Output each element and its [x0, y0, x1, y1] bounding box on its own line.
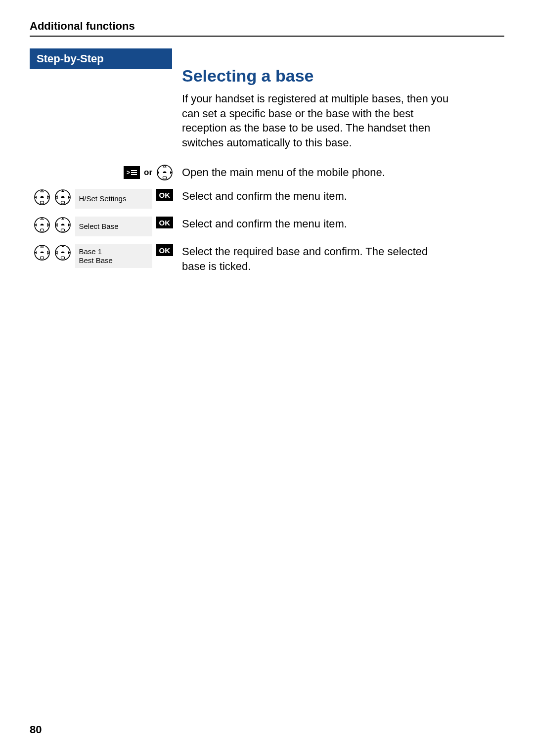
- header-rule: [30, 36, 504, 37]
- step-row: Base 1 Best Base OK Select the required …: [30, 244, 504, 273]
- step-row: Select Base OK Select and confirm the me…: [30, 217, 504, 236]
- step-row: H/Set Settings OK Select and confirm the…: [30, 189, 504, 209]
- nav-key-icon: [54, 217, 71, 233]
- nav-key-icon: [34, 244, 50, 261]
- step-description: Select and confirm the menu item.: [173, 189, 454, 204]
- step-row: > or Open the main menu of the mobile ph…: [30, 164, 504, 181]
- svg-rect-13: [61, 257, 64, 259]
- svg-rect-7: [40, 229, 44, 231]
- nav-key-icon: [34, 189, 50, 206]
- nav-key-icon: [34, 217, 50, 233]
- ok-badge: OK: [156, 217, 174, 228]
- section-title: Selecting a base: [182, 66, 504, 86]
- nav-key-icon: [54, 189, 71, 206]
- step-description: Select and confirm the menu item.: [173, 217, 454, 231]
- ok-badge: OK: [156, 189, 174, 201]
- menu-icon: >: [124, 166, 140, 179]
- menu-field-text: H/Set Settings: [79, 194, 148, 203]
- menu-field-text: Select Base: [79, 222, 148, 231]
- svg-rect-9: [61, 229, 64, 231]
- step-by-step-bar: Step-by-Step: [30, 48, 172, 69]
- intro-paragraph: If your handset is registered at multipl…: [182, 91, 454, 150]
- menu-field-text-line2: Best Base: [79, 256, 148, 265]
- page-number: 80: [30, 723, 42, 736]
- menu-field: Base 1 Best Base: [75, 244, 152, 268]
- menu-field-text-line1: Base 1: [79, 247, 148, 256]
- step-description: Select the required base and confirm. Th…: [173, 244, 454, 273]
- nav-key-icon: [54, 244, 71, 261]
- running-head: Additional functions: [30, 20, 504, 33]
- ok-badge: OK: [156, 244, 174, 256]
- svg-rect-1: [163, 177, 167, 179]
- svg-rect-3: [40, 201, 44, 204]
- svg-rect-11: [40, 257, 44, 259]
- menu-field: H/Set Settings: [75, 189, 152, 209]
- or-label: or: [144, 168, 152, 178]
- step-description: Open the main menu of the mobile phone.: [173, 165, 454, 180]
- nav-key-icon: [156, 164, 173, 181]
- menu-field: Select Base: [75, 217, 152, 236]
- svg-rect-5: [61, 201, 64, 204]
